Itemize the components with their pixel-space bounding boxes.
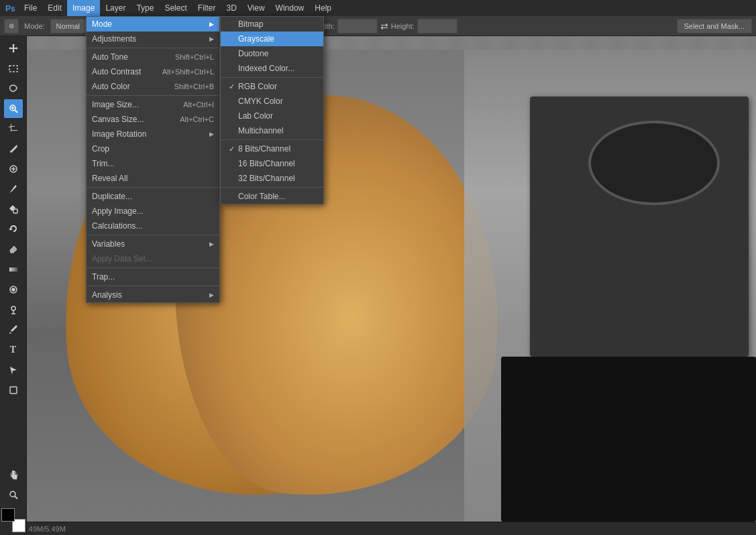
tool-pen[interactable]	[4, 320, 23, 339]
sep5	[87, 268, 219, 268]
mode-bitmap[interactable]: Bitmap	[221, 17, 323, 32]
menu-filter[interactable]: Filter	[193, 0, 221, 16]
image-menu-auto-tone[interactable]: Auto Tone Shift+Ctrl+L	[87, 50, 219, 64]
mode-submenu: Bitmap Grayscale Duotone Indexed Color..…	[220, 16, 324, 204]
image-menu-duplicate[interactable]: Duplicate...	[87, 189, 219, 204]
sep6	[87, 286, 219, 286]
image-menu-canvas-size[interactable]: Canvas Size... Alt+Ctrl+C	[87, 112, 219, 127]
variables-arrow-icon: ▶	[209, 241, 214, 247]
tool-crop[interactable]	[4, 119, 23, 138]
menu-help[interactable]: Help	[309, 0, 337, 16]
mode-sep3	[221, 187, 323, 188]
tool-type[interactable]: T	[4, 341, 23, 359]
mode-arrow-icon: ▶	[209, 21, 214, 27]
sep1	[87, 48, 219, 48]
app-icon: Ps	[0, 0, 19, 16]
menu-edit[interactable]: Edit	[42, 0, 67, 16]
image-menu-mode[interactable]: Mode ▶	[87, 17, 219, 32]
mode-8bit[interactable]: ✓ 8 Bits/Channel	[221, 141, 323, 156]
sep2	[87, 95, 219, 96]
height-label: Height:	[391, 22, 415, 30]
menu-window[interactable]: Window	[270, 0, 310, 16]
tool-dodge[interactable]	[4, 300, 23, 319]
mode-lab[interactable]: Lab Color	[221, 109, 323, 123]
image-size-shortcut: Alt+Ctrl+I	[183, 101, 214, 109]
menu-bar: Ps File Edit Image Layer Type Select Fil…	[0, 0, 756, 16]
tool-marquee[interactable]	[4, 59, 23, 78]
mode-color-table[interactable]: Color Table...	[221, 189, 323, 204]
image-menu-analysis[interactable]: Analysis ▶	[87, 288, 219, 302]
menu-image[interactable]: Image	[67, 0, 100, 16]
svg-rect-14	[10, 387, 17, 394]
mode-grayscale[interactable]: Grayscale	[221, 32, 323, 46]
tool-eyedropper[interactable]	[4, 139, 23, 158]
svg-rect-2	[9, 66, 17, 72]
canvas-size-shortcut: Alt+Ctrl+C	[180, 115, 214, 123]
svg-point-5	[9, 151, 11, 153]
tool-brush[interactable]	[4, 180, 23, 198]
mode-cmyk[interactable]: CMYK Color	[221, 94, 323, 109]
left-toolbar: T	[0, 36, 27, 535]
tool-path-select[interactable]	[4, 361, 23, 379]
menu-file[interactable]: File	[19, 0, 42, 16]
auto-tone-shortcut: Shift+Ctrl+L	[175, 53, 214, 61]
svg-line-4	[15, 110, 17, 113]
svg-text:Ps: Ps	[5, 4, 15, 13]
tool-lasso[interactable]	[4, 79, 23, 98]
menu-type[interactable]: Type	[131, 0, 159, 16]
mode-duotone[interactable]: Duotone	[221, 46, 323, 61]
tool-hand[interactable]	[4, 465, 23, 484]
tool-shape[interactable]	[4, 381, 23, 400]
image-menu-apply-image[interactable]: Apply Image...	[87, 204, 219, 219]
image-menu-adjustments[interactable]: Adjustments ▶	[87, 32, 219, 46]
svg-point-10	[12, 288, 15, 291]
mode-rgb[interactable]: ✓ RGB Color	[221, 79, 323, 94]
height-input[interactable]	[417, 19, 457, 34]
tool-gradient[interactable]	[4, 260, 23, 279]
mode-16bit[interactable]: 16 Bits/Channel	[221, 156, 323, 171]
mode-indexed-color[interactable]: Indexed Color...	[221, 61, 323, 76]
tool-icon-options: ⊚	[4, 19, 19, 34]
adjustments-arrow-icon: ▶	[209, 36, 214, 42]
image-menu-variables[interactable]: Variables ▶	[87, 237, 219, 251]
status-bar: Doc: 5.49M/5.49M	[0, 522, 756, 535]
image-menu-image-rotation[interactable]: Image Rotation ▶	[87, 127, 219, 141]
mode-label: Mode:	[21, 22, 48, 30]
image-menu-trim[interactable]: Trim...	[87, 156, 219, 171]
tool-healing[interactable]	[4, 160, 23, 178]
tool-zoom[interactable]	[4, 485, 23, 504]
swap-icon[interactable]: ⇄	[380, 21, 388, 32]
svg-point-15	[10, 491, 15, 497]
image-menu-apply-data-set: Apply Data Set...	[87, 251, 219, 266]
svg-line-16	[15, 496, 17, 499]
tool-blur[interactable]	[4, 280, 23, 299]
svg-rect-7	[13, 209, 17, 213]
mode-multichannel[interactable]: Multichannel	[221, 123, 323, 138]
image-rotation-arrow-icon: ▶	[209, 131, 214, 137]
menu-view[interactable]: View	[242, 0, 270, 16]
image-menu-crop[interactable]: Crop	[87, 141, 219, 156]
image-dropdown-menu: Mode ▶ Adjustments ▶ Auto Tone Shift+Ctr…	[86, 16, 220, 303]
image-menu-calculations[interactable]: Calculations...	[87, 219, 219, 233]
svg-point-11	[11, 306, 15, 310]
image-menu-auto-contrast[interactable]: Auto Contrast Alt+Shift+Ctrl+L	[87, 64, 219, 79]
menu-3d[interactable]: 3D	[221, 0, 241, 16]
tool-quick-select[interactable]	[4, 99, 23, 118]
image-menu-trap[interactable]: Trap...	[87, 270, 219, 284]
tool-move[interactable]	[4, 39, 23, 58]
image-menu-auto-color[interactable]: Auto Color Shift+Ctrl+B	[87, 79, 219, 94]
tool-clone[interactable]	[4, 200, 23, 219]
image-menu-reveal-all[interactable]: Reveal All	[87, 171, 219, 186]
select-mask-button[interactable]: Select and Mask...	[677, 19, 753, 34]
mode-32bit[interactable]: 32 Bits/Channel	[221, 171, 323, 186]
foreground-color-swatch[interactable]	[1, 508, 15, 522]
width-input[interactable]	[337, 19, 378, 34]
menu-select[interactable]: Select	[159, 0, 192, 16]
color-swatch-area	[1, 508, 25, 532]
menu-layer[interactable]: Layer	[100, 0, 131, 16]
tool-eraser[interactable]	[4, 240, 23, 259]
tool-history[interactable]	[4, 220, 23, 239]
auto-color-shortcut: Shift+Ctrl+B	[174, 82, 214, 91]
image-menu-image-size[interactable]: Image Size... Alt+Ctrl+I	[87, 97, 219, 112]
svg-rect-8	[9, 268, 17, 272]
